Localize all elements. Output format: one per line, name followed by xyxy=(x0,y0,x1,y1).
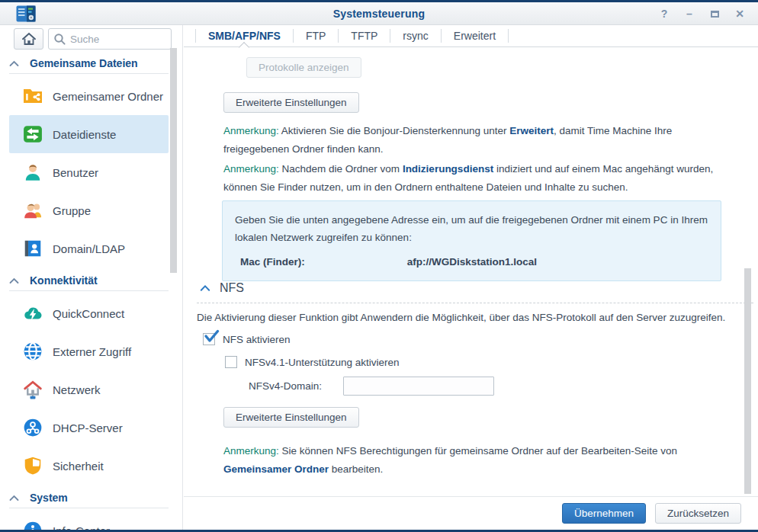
dhcp-icon xyxy=(23,418,43,437)
info-icon xyxy=(23,521,43,530)
tab-bar: SMB/AFP/NFS FTP TFTP rsync Erweitert xyxy=(184,25,758,47)
search-icon xyxy=(53,33,66,46)
titlebar: Systemsteuerung ? – ✕ xyxy=(0,2,758,25)
close-icon[interactable]: ✕ xyxy=(734,8,746,19)
globe-icon xyxy=(23,341,43,361)
sidebar-item-info-center[interactable]: Info-Center xyxy=(9,511,169,530)
network-house-icon xyxy=(23,380,43,399)
nfsv4-domain-label: NFSv4-Domain: xyxy=(249,380,343,392)
sidebar-item-sicherheit[interactable]: Sicherheit xyxy=(9,447,169,485)
nfs-enable-checkbox[interactable] xyxy=(203,333,215,345)
sidebar-item-domain-ldap[interactable]: Domain/LDAP xyxy=(9,229,169,268)
chevron-up-icon xyxy=(200,284,210,292)
footer-bar: Übernehmen Zurücksetzen xyxy=(184,496,758,530)
window-title: Systemsteuerung xyxy=(0,8,758,20)
help-icon[interactable]: ? xyxy=(658,8,670,19)
domain-ldap-icon xyxy=(23,239,43,258)
nfsv4-domain-input[interactable] xyxy=(343,377,494,396)
chevron-up-icon xyxy=(9,60,19,67)
search-box xyxy=(48,28,172,50)
quickconnect-cloud-icon xyxy=(23,303,43,323)
control-panel-window: Systemsteuerung ? – ✕ Gemeinsame Dateien xyxy=(0,0,758,532)
user-icon xyxy=(23,162,43,182)
reset-button[interactable]: Zurücksetzen xyxy=(655,503,741,524)
sidebar-item-externer-zugriff[interactable]: Externer Zugriff xyxy=(9,332,169,370)
sidebar-section-header[interactable]: Gemeinsame Dateien xyxy=(9,56,169,74)
sidebar-item-gemeinsamer-ordner[interactable]: Gemeinsamer Ordner xyxy=(9,77,169,115)
file-services-icon xyxy=(23,124,43,144)
maximize-box-glyph xyxy=(711,11,719,18)
nfs-section-header[interactable]: NFS xyxy=(200,281,244,295)
sidebar-item-netzwerk[interactable]: Netzwerk xyxy=(9,370,169,409)
mac-finder-row: Mac (Finder): afp://WGDiskstation1.local xyxy=(235,253,708,271)
nfs-description: Die Aktivierung dieser Funktion gibt Anw… xyxy=(197,312,746,323)
note-indexing: Anmerkung: Nachdem die Ordner vom Indizi… xyxy=(223,160,750,197)
sidebar-item-gruppe[interactable]: Gruppe xyxy=(9,191,169,229)
tab-smb-afp-nfs[interactable]: SMB/AFP/NFS xyxy=(196,25,293,47)
tab-separator xyxy=(508,29,509,43)
section-divider xyxy=(197,303,753,303)
home-button[interactable] xyxy=(14,28,43,50)
note-nfs-permissions: Anmerkung: Sie können NFS Berechtigungen… xyxy=(223,442,696,479)
nfs-section-title: NFS xyxy=(220,281,244,295)
sidebar-section-header[interactable]: System xyxy=(9,490,169,508)
chevron-up-icon xyxy=(9,495,19,502)
address-info-text: Geben Sie die unten angegebene Adresse e… xyxy=(235,211,708,246)
sidebar-item-quickconnect[interactable]: QuickConnect xyxy=(9,294,169,332)
check-icon xyxy=(204,329,220,344)
mac-finder-label: Mac (Finder): xyxy=(235,253,404,271)
minimize-icon[interactable]: – xyxy=(683,8,695,19)
content-panel: SMB/AFP/NFS FTP TFTP rsync Erweitert Pro… xyxy=(184,25,758,530)
show-logs-button[interactable]: Protokolle anzeigen xyxy=(246,57,361,78)
note-bonjour: Anmerkung: Aktivieren Sie die Bonjour-Di… xyxy=(223,122,727,159)
tab-rsync[interactable]: rsync xyxy=(390,25,440,47)
address-info-box: Geben Sie die unten angegebene Adresse e… xyxy=(222,200,721,281)
home-icon xyxy=(21,31,37,46)
chevron-up-icon xyxy=(9,277,19,284)
maximize-icon[interactable] xyxy=(708,8,721,19)
sidebar-scrollbar-thumb[interactable] xyxy=(170,48,177,273)
afp-address-value: afp://WGDiskstation1.local xyxy=(407,256,537,268)
tab-erweitert[interactable]: Erweitert xyxy=(442,25,508,47)
content-scrollbar-thumb[interactable] xyxy=(744,268,751,494)
shield-icon xyxy=(23,456,43,476)
sidebar: Gemeinsame Dateien Gemeinsamer Ordner Da… xyxy=(0,25,183,530)
window-top-edge xyxy=(0,0,758,2)
tab-ftp[interactable]: FTP xyxy=(294,25,338,47)
group-icon xyxy=(23,200,43,220)
sidebar-section-connectivity: Konnektivität QuickConnect Externer Zugr… xyxy=(9,273,169,485)
sidebar-section-shared-files: Gemeinsame Dateien Gemeinsamer Ordner Da… xyxy=(9,56,169,268)
sidebar-item-dateidienste[interactable]: Dateidienste xyxy=(9,115,169,153)
window-controls: ? – ✕ xyxy=(658,2,746,25)
sidebar-section-system: System Info-Center xyxy=(9,490,169,530)
sidebar-item-dhcp-server[interactable]: DHCP-Server xyxy=(9,409,169,447)
sidebar-item-benutzer[interactable]: Benutzer xyxy=(9,153,169,191)
tab-tftp[interactable]: TFTP xyxy=(339,25,390,47)
sidebar-controls xyxy=(0,25,182,50)
apply-button[interactable]: Übernehmen xyxy=(562,503,646,524)
nfsv4-domain-row: NFSv4-Domain: xyxy=(249,377,494,396)
nfs-enable-row[interactable]: NFS aktivieren xyxy=(203,333,291,345)
advanced-settings-button-afp[interactable]: Erweiterte Einstellungen xyxy=(223,92,359,113)
nfsv41-checkbox[interactable] xyxy=(225,356,237,368)
nfsv41-enable-row[interactable]: NFSv4.1-Unterstützung aktivieren xyxy=(225,356,400,368)
advanced-settings-button-nfs[interactable]: Erweiterte Einstellungen xyxy=(223,407,359,428)
sidebar-section-header[interactable]: Konnektivität xyxy=(9,273,169,291)
tab-content: Protokolle anzeigen Erweiterte Einstellu… xyxy=(184,48,758,496)
search-input[interactable] xyxy=(48,28,172,50)
shared-folder-icon xyxy=(23,86,43,106)
